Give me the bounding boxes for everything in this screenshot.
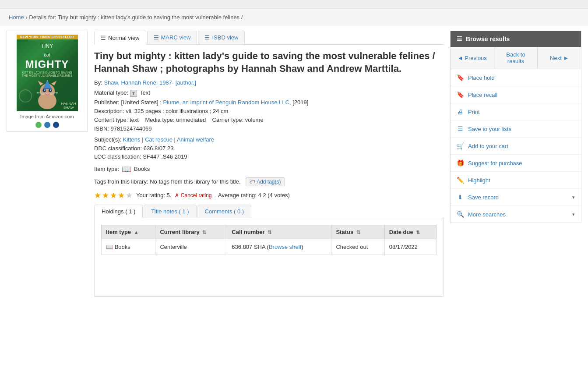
material-type-row: Material type: T Text xyxy=(94,89,444,97)
next-button[interactable]: Next ► xyxy=(538,47,581,69)
print-link[interactable]: 🖨 Print xyxy=(451,103,581,120)
subject-kittens-link[interactable]: Kittens xyxy=(123,136,141,143)
material-type-label: Material type: xyxy=(94,89,128,96)
cat-illustration xyxy=(32,78,63,111)
highlight-link[interactable]: ✏️ Highlight xyxy=(451,172,581,188)
cell-library: Centerville xyxy=(155,239,227,255)
right-panel: ☰ Browse results ◄ Previous Back to resu… xyxy=(450,31,581,223)
publisher-year: [2019] xyxy=(292,99,308,106)
star-2[interactable]: ★ xyxy=(102,191,109,200)
col-date-due[interactable]: Date due ⇅ xyxy=(384,225,436,239)
breadcrumb: Home › Details for: Tiny but mighty : ki… xyxy=(0,9,588,26)
table-row: 📖 Books Centerville 636.807 SHA (Browse … xyxy=(102,239,437,255)
publisher-location: [United States] : xyxy=(121,99,162,106)
star-3[interactable]: ★ xyxy=(110,191,117,200)
description-label: Description: xyxy=(94,108,124,114)
save-record-link[interactable]: ⬇ Save record ▾ xyxy=(451,189,581,205)
your-rating-text: Your rating: 5. xyxy=(136,192,171,198)
save-record-icon: ⬇ xyxy=(457,194,464,201)
tags-label: Tags from this library: xyxy=(94,178,148,185)
add-to-cart-link[interactable]: 🛒 Add to your cart xyxy=(451,138,581,154)
more-searches-link[interactable]: 🔍 More searches ▾ xyxy=(451,206,581,223)
star-4[interactable]: ★ xyxy=(118,191,125,200)
tab-isbd-view[interactable]: ☰ ISBD view xyxy=(198,31,245,44)
carrier-value: volume xyxy=(245,117,264,123)
action-more-searches: 🔍 More searches ▾ xyxy=(451,206,581,223)
loc-value: SF447 .S46 2019 xyxy=(143,153,187,160)
add-tag-button[interactable]: 🏷 Add tag(s) xyxy=(246,177,285,186)
col-status[interactable]: Status ⇅ xyxy=(331,225,384,239)
svg-point-8 xyxy=(44,89,45,91)
tags-row: Tags from this library: No tags from thi… xyxy=(94,177,444,186)
dot-blue xyxy=(44,122,50,128)
subjects-label: Subject(s): xyxy=(94,136,121,143)
browse-results-title: Browse results xyxy=(466,35,510,43)
action-save-to-lists: ☰ Save to your lists xyxy=(451,120,581,138)
star-1[interactable]: ★ xyxy=(94,191,101,200)
star-5[interactable]: ★ xyxy=(126,191,133,200)
subjects-row: Subject(s): Kittens | Cat rescue | Anima… xyxy=(94,136,444,143)
cart-icon: 🛒 xyxy=(457,142,464,149)
author-link[interactable]: Shaw, Hannah René, 1987- [author.] xyxy=(104,79,196,86)
isbd-view-icon: ☰ xyxy=(204,34,210,41)
action-add-to-cart: 🛒 Add to your cart xyxy=(451,138,581,155)
subject-cat-rescue-link[interactable]: Cat rescue xyxy=(145,136,173,143)
save-to-lists-link[interactable]: ☰ Save to your lists xyxy=(451,120,581,137)
author-line: By: Shaw, Hannah René, 1987- [author.] xyxy=(94,79,444,86)
place-recall-link[interactable]: 🔖 Place recall xyxy=(451,86,581,103)
loc-label: LOC classification: xyxy=(94,153,141,160)
svg-point-10 xyxy=(46,92,49,94)
content-value: text xyxy=(130,117,139,123)
tab-normal-view[interactable]: ☰ Normal view xyxy=(94,31,146,45)
action-place-hold: 🔖 Place hold xyxy=(451,69,581,86)
publisher-link[interactable]: Plume, an imprint of Penguin Random Hous… xyxy=(163,99,291,106)
breadcrumb-home-link[interactable]: Home xyxy=(9,14,24,21)
highlight-icon: ✏️ xyxy=(457,177,464,184)
book-title: Tiny but mighty : kitten lady's guide to… xyxy=(94,50,444,75)
star-rating[interactable]: ★ ★ ★ ★ ★ xyxy=(94,191,133,200)
print-icon: 🖨 xyxy=(457,108,464,115)
item-type-row: Item type: 📖 Books xyxy=(94,164,444,174)
previous-button[interactable]: ◄ Previous xyxy=(451,47,494,69)
ddc-value: 636.8/07 23 xyxy=(144,145,174,152)
col-current-library[interactable]: Current library ⇅ xyxy=(155,225,227,239)
tab-title-notes[interactable]: Title notes ( 1 ) xyxy=(144,205,196,218)
cancel-rating-link[interactable]: ✗ Cancel rating xyxy=(175,192,211,198)
browse-nav: ◄ Previous Back to results Next ► xyxy=(451,47,581,69)
book-cover-box: NEW YORK TIMES BESTSELLER TINY but MIGHT… xyxy=(7,31,88,132)
col-call-number[interactable]: Call number ⇅ xyxy=(227,225,331,239)
cover-title: TINY but MIGHTY xyxy=(23,39,71,70)
cover-source-label: Image from Amazon.com xyxy=(11,114,84,119)
publisher-label: Publisher: xyxy=(94,99,120,106)
back-to-results-button[interactable]: Back to results xyxy=(494,47,538,69)
average-rating-text: . Average rating: 4.2 (4 votes) xyxy=(215,192,290,198)
tab-marc-view[interactable]: ☰ MARC view xyxy=(147,31,197,44)
by-label: By: xyxy=(94,79,102,86)
save-lists-icon: ☰ xyxy=(457,125,464,132)
browse-shelf-link[interactable]: Browse shelf xyxy=(269,244,301,250)
save-record-caret: ▾ xyxy=(572,195,575,200)
breadcrumb-separator: › xyxy=(25,14,27,21)
holdings-table: Item type ▲ Current library ⇅ Call numbe… xyxy=(101,225,437,255)
tab-comments[interactable]: Comments ( 0 ) xyxy=(197,205,252,218)
book-icon: 📖 xyxy=(122,164,131,174)
action-print: 🖨 Print xyxy=(451,103,581,120)
dot-darkblue xyxy=(53,122,59,128)
tab-holdings[interactable]: Holdings ( 1 ) xyxy=(94,205,143,218)
suggest-purchase-link[interactable]: 🎁 Suggest for purchase xyxy=(451,155,581,171)
description-row: Description: vii, 325 pages : color illu… xyxy=(94,108,444,114)
marc-view-icon: ☰ xyxy=(154,34,159,41)
col-item-type[interactable]: Item type ▲ xyxy=(102,225,155,239)
normal-view-icon: ☰ xyxy=(101,35,106,41)
more-searches-icon: 🔍 xyxy=(457,211,464,218)
place-hold-link[interactable]: 🔖 Place hold xyxy=(451,69,581,86)
suggest-icon: 🎁 xyxy=(457,159,464,166)
cell-date-due: 08/17/2022 xyxy=(384,239,436,255)
browse-results-box: ☰ Browse results ◄ Previous Back to resu… xyxy=(450,31,581,223)
ddc-row: DDC classification: 636.8/07 23 xyxy=(94,145,444,152)
place-hold-icon: 🔖 xyxy=(457,74,464,81)
subject-animal-welfare-link[interactable]: Animal welfare xyxy=(177,136,214,143)
isbn-value: 9781524744069 xyxy=(111,125,152,132)
holdings-tabs: Holdings ( 1 ) Title notes ( 1 ) Comment… xyxy=(94,205,444,218)
nyt-banner: NEW YORK TIMES BESTSELLER xyxy=(17,35,78,39)
